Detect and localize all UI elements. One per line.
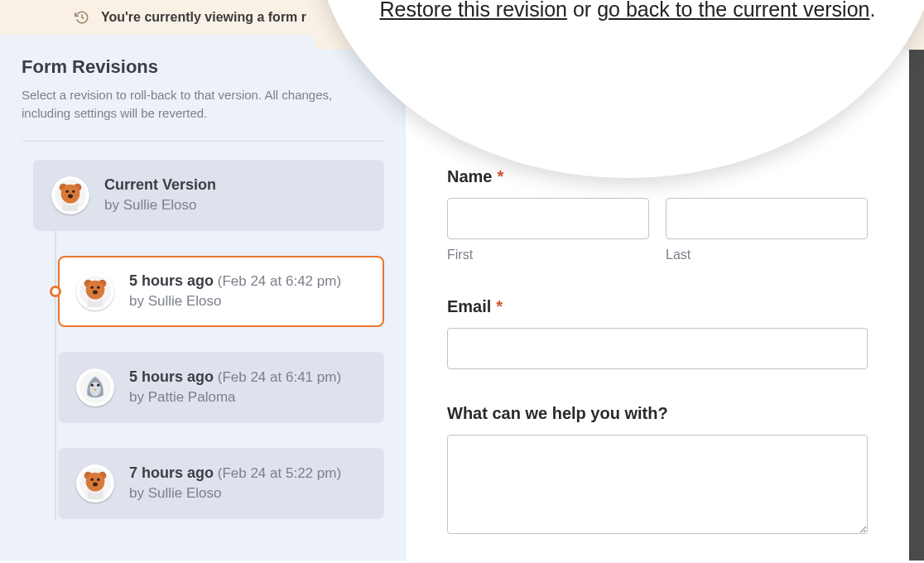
revision-time: 5 hours ago [129, 368, 214, 385]
revision-card[interactable]: Current Versionby Sullie Eloso [33, 160, 384, 231]
revision-date: (Feb 24 at 6:42 pm) [214, 273, 341, 289]
revision-time: 5 hours ago [129, 272, 214, 289]
svg-point-22 [90, 478, 93, 480]
timeline-dot [50, 286, 61, 297]
required-asterisk: * [496, 297, 503, 315]
sidebar-description: Select a revision to roll-back to that v… [22, 86, 384, 123]
svg-point-5 [72, 190, 75, 192]
bear-avatar-icon [76, 464, 114, 503]
revision-info: 5 hours ago (Feb 24 at 6:41 pm)by Pattie… [129, 368, 341, 406]
last-sublabel: Last [666, 248, 868, 262]
first-sublabel: First [447, 248, 649, 262]
timeline-line [55, 201, 56, 519]
revision-author: by Pattie Paloma [129, 389, 341, 406]
svg-point-3 [61, 184, 80, 203]
svg-point-13 [93, 290, 98, 294]
bear-avatar-icon [51, 176, 89, 214]
svg-point-11 [90, 286, 93, 288]
divider [22, 141, 384, 142]
restore-revision-link[interactable]: Restore this revision [380, 0, 567, 21]
svg-point-21 [86, 472, 105, 491]
field-help: What can we help you with? [447, 404, 868, 537]
revision-info: 5 hours ago (Feb 24 at 6:42 pm)by Sullie… [129, 272, 341, 310]
revision-date: (Feb 24 at 5:22 pm) [214, 465, 341, 481]
zoom-period: . [870, 0, 876, 21]
bear-avatar-icon [76, 272, 114, 310]
svg-point-16 [90, 383, 93, 386]
zoom-content: Restore this revision or go back to the … [380, 0, 876, 22]
revision-card[interactable]: 5 hours ago (Feb 24 at 6:42 pm)by Sullie… [58, 256, 384, 327]
name-label-text: Name [447, 167, 492, 185]
bird-avatar-icon [76, 368, 114, 407]
field-email: Email* [447, 297, 868, 369]
sidebar-title: Form Revisions [22, 56, 384, 78]
svg-point-24 [93, 482, 98, 486]
email-label-text: Email [447, 297, 491, 315]
revision-date: (Feb 24 at 6:41 pm) [214, 369, 341, 385]
required-asterisk: * [497, 167, 503, 185]
help-textarea[interactable] [447, 435, 868, 534]
revision-info: 7 hours ago (Feb 24 at 5:22 pm)by Sullie… [129, 464, 341, 502]
first-name-input[interactable] [447, 198, 649, 239]
svg-point-10 [86, 280, 105, 299]
svg-point-6 [68, 194, 73, 198]
svg-point-23 [97, 478, 99, 480]
svg-point-12 [97, 286, 99, 288]
email-label: Email* [447, 297, 868, 316]
revision-time: Current Version [104, 176, 216, 193]
go-back-link[interactable]: go back to the current version [597, 0, 869, 21]
revision-list: Current Versionby Sullie Eloso5 hours ag… [22, 160, 384, 519]
last-name-input[interactable] [666, 198, 868, 239]
field-name: Name* First Last [447, 167, 868, 262]
revision-card[interactable]: 7 hours ago (Feb 24 at 5:22 pm)by Sullie… [58, 448, 384, 519]
email-input[interactable] [447, 328, 868, 369]
revision-author: by Sullie Eloso [129, 293, 341, 310]
revision-info: Current Versionby Sullie Eloso [104, 176, 216, 214]
revision-author: by Sullie Eloso [129, 485, 341, 502]
svg-point-4 [65, 190, 68, 192]
notice-text: You're currently viewing a form r [101, 10, 306, 25]
revision-author: by Sullie Eloso [104, 197, 216, 214]
revisions-sidebar: Form Revisions Select a revision to roll… [0, 35, 406, 561]
svg-point-17 [97, 383, 99, 386]
help-label: What can we help you with? [447, 404, 868, 423]
revision-time: 7 hours ago [129, 464, 214, 481]
zoom-middle: or [567, 0, 597, 21]
revision-card[interactable]: 5 hours ago (Feb 24 at 6:41 pm)by Pattie… [58, 352, 384, 423]
history-icon [75, 10, 89, 25]
